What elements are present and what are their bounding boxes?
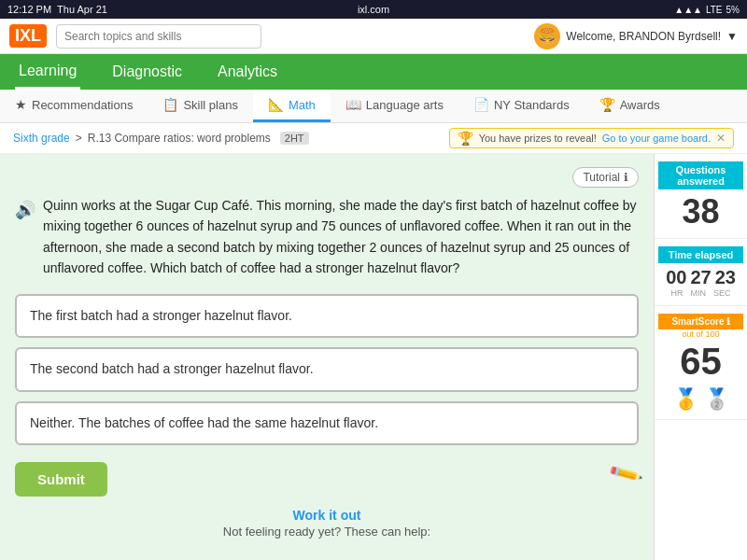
questions-answered-block: Questions answered 38 [655,154,747,239]
nav-diagnostic[interactable]: Diagnostic [108,56,186,88]
green-nav: Learning Diagnostic Analytics [0,54,747,90]
battery-level: 5% [726,5,740,15]
time-label: Time elapsed [658,246,743,263]
network-type: LTE [706,5,723,15]
tab-math[interactable]: 📐 Math [253,90,331,122]
awards-icon: 🏆 [599,97,615,112]
work-it-out-subtitle: Not feeling ready yet? These can help: [15,525,639,539]
status-day: Thu Apr 21 [57,4,107,15]
answer-option-1[interactable]: The second batch had a stronger hazelnut… [15,347,639,392]
user-area: 🍔 Welcome, BRANDON Byrdsell! ▼ [534,23,738,49]
smart-score-label: SmartScore ℹ [658,314,743,329]
logo[interactable]: IXL [9,24,47,48]
smart-score-block: SmartScore ℹ out of 100 65 🥇 🥈 [655,306,747,420]
tab-recommendations[interactable]: ★ Recommendations [0,90,148,122]
tab-ny-standards[interactable]: 📄 NY Standards [458,90,585,122]
ny-standards-icon: 📄 [473,97,489,112]
smart-score-value: 65 [680,343,722,380]
tutorial-label: Tutorial [583,171,620,184]
grade-link[interactable]: Sixth grade [13,132,70,145]
trophy-icon: 🏆 [458,131,473,146]
smart-score-sub-label: out of 100 [682,329,719,339]
nav-learning[interactable]: Learning [15,55,80,90]
prize-text: You have prizes to reveal! [479,133,597,144]
nav-analytics[interactable]: Analytics [214,56,281,88]
speaker-icon[interactable]: 🔊 [15,197,35,279]
work-it-out: Work it out Not feeling ready yet? These… [15,508,639,539]
breadcrumb-sep: > [76,132,82,145]
time-min: 27 [690,267,711,288]
tab-awards[interactable]: 🏆 Awards [585,90,675,122]
math-icon: 📐 [268,97,284,112]
stats-panel: Questions answered 38 Time elapsed 00 27… [654,154,747,560]
user-greeting: Welcome, BRANDON Byrdsell! [566,30,721,43]
breadcrumb-bar: Sixth grade > R.13 Compare ratios: word … [0,123,747,154]
gold-medal-icon: 🥇 [673,387,698,412]
prize-close-button[interactable]: ✕ [716,132,726,145]
skill-name: R.13 Compare ratios: word problems [88,132,271,145]
signal-icon: ▲▲▲ [674,5,702,15]
language-arts-icon: 📖 [345,97,361,112]
time-units: HR MIN SEC [670,288,730,298]
time-value: 00 27 23 [666,267,736,288]
answer-option-2[interactable]: Neither. The batches of coffee had the s… [15,401,639,446]
time-elapsed-block: Time elapsed 00 27 23 HR MIN SEC [655,239,747,306]
search-input[interactable] [56,24,261,49]
status-time: 12:12 PM [7,4,51,15]
prize-notice: 🏆 You have prizes to reveal! Go to your … [449,128,734,148]
time-hr: 00 [666,267,686,288]
tutorial-bar: Tutorial ℹ [15,167,639,188]
info-icon: ℹ [624,171,628,184]
top-bar: IXL 🍔 Welcome, BRANDON Byrdsell! ▼ [0,19,747,54]
time-sec: 23 [715,267,736,288]
silver-medal-icon: 🥈 [704,387,729,412]
status-bar: 12:12 PM Thu Apr 21 ixl.com ▲▲▲ LTE 5% [0,0,747,19]
question-text: 🔊 Quinn works at the Sugar Cup Café. Thi… [15,195,639,279]
tutorial-button[interactable]: Tutorial ℹ [572,167,639,188]
questions-label: Questions answered [658,161,743,189]
smart-score-info-icon[interactable]: ℹ [726,316,730,327]
answer-option-0[interactable]: The first batch had a stronger hazelnut … [15,294,639,339]
medals: 🥇 🥈 [673,387,729,412]
tab-skill-plans[interactable]: 📋 Skill plans [148,90,253,122]
sub-nav: ★ Recommendations 📋 Skill plans 📐 Math 📖… [0,90,747,123]
prize-link[interactable]: Go to your game board. [602,133,711,144]
questions-value: 38 [682,193,719,231]
recommendations-icon: ★ [15,97,27,112]
work-it-out-title: Work it out [15,508,639,523]
tab-language-arts[interactable]: 📖 Language arts [331,90,458,122]
status-url: ixl.com [358,4,389,15]
skill-tag: 2HT [280,132,309,145]
question-panel: Tutorial ℹ 🔊 Quinn works at the Sugar Cu… [0,154,654,560]
question-body: Quinn works at the Sugar Cup Café. This … [43,195,639,279]
skill-plans-icon: 📋 [162,97,178,112]
chevron-down-icon[interactable]: ▼ [726,30,738,43]
main-content: Tutorial ℹ 🔊 Quinn works at the Sugar Cu… [0,154,747,560]
submit-button[interactable]: Submit [15,462,107,497]
avatar: 🍔 [534,23,560,49]
